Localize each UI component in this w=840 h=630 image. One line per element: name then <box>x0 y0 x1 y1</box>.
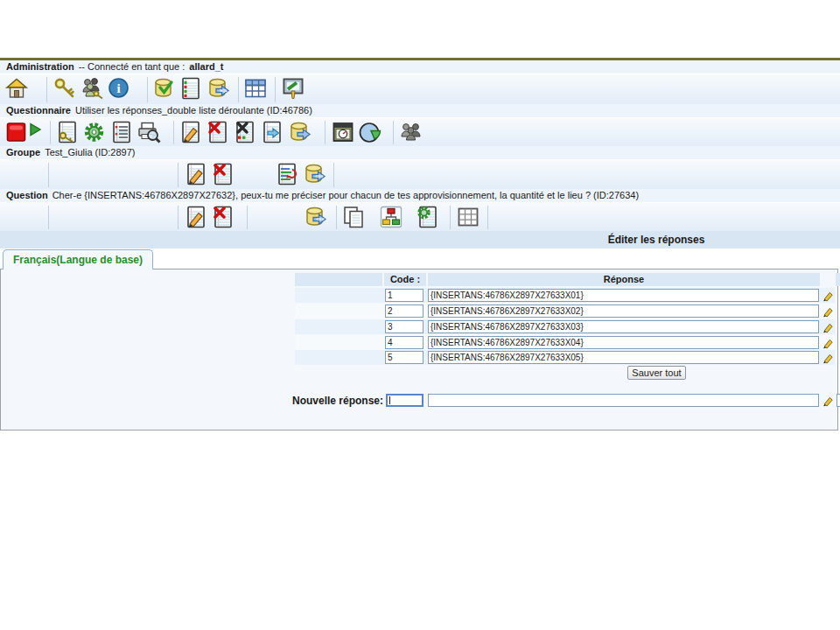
database-export-icon[interactable] <box>287 120 312 144</box>
new-answer-label: Nouvelle réponse: <box>262 394 383 408</box>
home-icon[interactable] <box>4 76 29 101</box>
gauge-icon[interactable] <box>331 120 355 144</box>
labelsets-grid-icon[interactable] <box>243 76 268 101</box>
conditions-icon[interactable] <box>379 205 403 229</box>
database-check-icon[interactable] <box>151 76 176 101</box>
answer-code-input[interactable] <box>385 304 424 318</box>
info-icon[interactable]: i <box>107 76 131 101</box>
page-pencil-icon[interactable] <box>184 205 208 229</box>
answer-text-input[interactable] <box>428 336 819 349</box>
edit-pencil-icon[interactable] <box>822 337 834 348</box>
group-title-bar: GroupeTest_Giulia (ID:2897) <box>0 146 840 160</box>
admin-title-bar: Administration-- Connecté en tant que :a… <box>0 60 840 74</box>
toolbar-separator <box>275 77 276 102</box>
toolbar-separator <box>333 163 334 187</box>
answer-code-input[interactable] <box>385 289 424 302</box>
toolbar-separator <box>247 206 248 229</box>
survey-title-text: Utiliser les réponses_double liste dérou… <box>75 105 312 116</box>
language-tab-row: Français(Langue de base) <box>0 248 840 269</box>
code-column-header: Code : <box>384 273 426 286</box>
page-x-icon[interactable] <box>211 162 235 186</box>
template-editor-icon[interactable] <box>281 76 305 101</box>
svg-text:CSV: CSV <box>316 174 324 178</box>
tab-francais-langue-de-base[interactable]: Français(Langue de base) <box>3 249 153 270</box>
page-pencil-icon[interactable] <box>184 162 208 186</box>
toolbar-separator <box>336 206 337 229</box>
page-reorder-icon[interactable] <box>275 162 299 186</box>
toolbar-separator <box>450 206 451 229</box>
answer-code-input[interactable] <box>385 351 424 364</box>
svg-text:i: i <box>116 81 120 95</box>
cutoff-field[interactable] <box>836 394 840 407</box>
admin-title-label: Administration <box>6 61 74 72</box>
group-toolbar: CSV <box>0 159 840 191</box>
page-export-icon[interactable] <box>233 120 257 144</box>
toolbar-separator <box>147 77 148 102</box>
users-icon[interactable] <box>399 120 424 144</box>
new-answer-text-input[interactable] <box>428 394 819 407</box>
page-x-icon[interactable] <box>211 205 235 229</box>
new-answer-code-input[interactable] <box>386 394 424 407</box>
svg-text:SQL: SQL <box>220 88 228 93</box>
database-csv-icon[interactable]: CSV <box>302 162 326 186</box>
key-icon[interactable] <box>52 76 77 101</box>
survey-title-bar: QuestionnaireUtiliser les réponses_doubl… <box>0 104 840 118</box>
toolbar-separator <box>178 163 178 187</box>
page-key-icon[interactable] <box>55 120 80 144</box>
username-text: allard_t <box>189 61 223 72</box>
edit-answers-title: Éditer les réponses <box>0 231 840 248</box>
stop-play-icon[interactable] <box>5 120 44 144</box>
answer-text-input[interactable] <box>428 289 819 302</box>
toolbar-separator <box>48 206 49 229</box>
answer-text-input[interactable] <box>428 304 819 318</box>
answer-text-input[interactable] <box>428 320 819 333</box>
text-caret <box>389 396 390 404</box>
database-csv-icon[interactable]: CSV <box>303 205 327 229</box>
edit-pencil-icon[interactable] <box>822 395 834 406</box>
page-x-icon[interactable] <box>206 120 230 144</box>
answer-column-header: Réponse <box>428 273 820 286</box>
gear-icon[interactable] <box>82 120 107 144</box>
toolbar-separator <box>325 121 326 144</box>
copy-icon[interactable] <box>341 205 366 229</box>
limesurvey-admin-screen: Administration-- Connecté en tant que :a… <box>0 0 840 630</box>
database-sql-icon[interactable]: SQL <box>206 76 230 101</box>
edit-pencil-icon[interactable] <box>822 321 834 332</box>
answer-code-input[interactable] <box>385 320 424 333</box>
users-key-icon[interactable] <box>80 76 104 101</box>
save-all-button[interactable]: Sauver tout <box>627 366 686 380</box>
question-toolbar: CSV <box>0 202 840 233</box>
page-arrow-icon[interactable] <box>260 120 284 144</box>
toolbar-separator <box>50 121 51 144</box>
admin-toolbar: i SQL <box>0 74 840 106</box>
connected-as-text: -- Connecté en tant que : <box>79 61 186 72</box>
edit-answers-header: Éditer les réponses <box>0 231 840 248</box>
edit-pencil-icon[interactable] <box>822 290 834 301</box>
print-preview-icon[interactable] <box>136 120 161 144</box>
toolbar-separator <box>178 206 178 229</box>
page-pencil-icon[interactable] <box>178 120 203 144</box>
answers-grid-icon[interactable] <box>456 205 480 229</box>
group-title-text: Test_Giulia (ID:2897) <box>45 147 135 158</box>
edit-pencil-icon[interactable] <box>822 305 834 317</box>
answer-code-input[interactable] <box>385 336 424 349</box>
toolbar-separator <box>393 121 394 144</box>
checklist-icon[interactable] <box>178 76 203 101</box>
survey-toolbar <box>0 117 840 148</box>
table-header-spacer <box>295 273 382 286</box>
svg-text:CSV: CSV <box>317 217 325 221</box>
toolbar-separator <box>487 206 488 229</box>
survey-label: Questionnaire <box>6 105 71 116</box>
table-header-cutoff <box>836 273 840 286</box>
answer-text-input[interactable] <box>428 351 819 364</box>
pie-chart-icon[interactable] <box>358 120 382 144</box>
toolbar-separator <box>238 77 239 102</box>
page-gear-icon[interactable] <box>416 205 440 229</box>
toolbar-separator <box>46 77 47 102</box>
page-list-icon[interactable] <box>109 120 134 144</box>
toolbar-separator <box>173 121 174 144</box>
question-title-text: Cher-e {INSERTANS:46786X2897X27632}, peu… <box>52 190 639 200</box>
edit-pencil-icon[interactable] <box>822 352 834 363</box>
toolbar-separator <box>48 163 49 187</box>
group-label: Groupe <box>6 147 40 158</box>
